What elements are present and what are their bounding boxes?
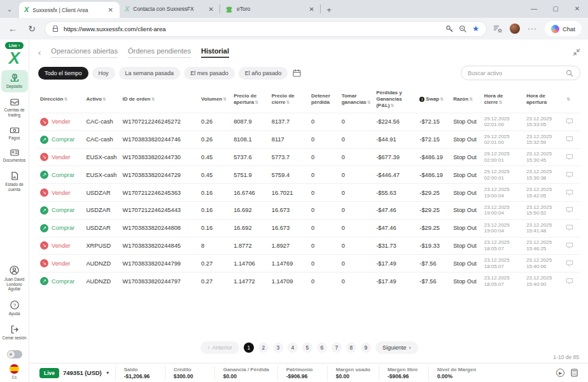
copilot-chat-button[interactable]: Chat bbox=[545, 21, 582, 36]
time-filter-pill[interactable]: Hoy bbox=[92, 67, 115, 80]
browser-menu-icon[interactable]: ··· bbox=[528, 24, 537, 33]
sidebar-footer-logout[interactable]: Cerrar sesión bbox=[1, 322, 28, 344]
table-row[interactable]: Comprar AUDNZD W1703833820244797 0.27 1.… bbox=[38, 272, 580, 290]
tab-search-chevron-icon[interactable]: ⌄ bbox=[0, 0, 19, 18]
column-header[interactable]: ID de orden⇅ bbox=[120, 88, 199, 113]
search-input[interactable] bbox=[468, 70, 562, 76]
browser-tab[interactable]: X Contacta con SuxxessFX ✕ bbox=[120, 0, 220, 18]
sidebar-item-cuentas-de-trading[interactable]: Cuentas de trading bbox=[1, 94, 28, 121]
theme-toggle[interactable]: ☀ bbox=[7, 350, 22, 358]
comment-icon[interactable] bbox=[566, 260, 573, 267]
comment-icon[interactable] bbox=[566, 189, 573, 197]
time-filter-pill[interactable]: Todo el tiempo bbox=[38, 67, 88, 80]
calculator-icon[interactable] bbox=[571, 369, 578, 377]
comment-icon[interactable] bbox=[566, 136, 573, 143]
calendar-icon[interactable] bbox=[293, 69, 301, 77]
back-chevron-icon[interactable]: ‹ bbox=[38, 48, 41, 57]
comment-icon[interactable] bbox=[566, 224, 573, 232]
comment-icon[interactable] bbox=[566, 278, 573, 285]
comment-icon[interactable] bbox=[566, 118, 573, 125]
page-number-button[interactable]: 9 bbox=[361, 343, 371, 353]
spain-flag-icon[interactable] bbox=[10, 364, 19, 374]
tab-operaciones-abiertas[interactable]: Operaciones abiertas bbox=[51, 47, 118, 58]
page-number-button[interactable]: 7 bbox=[332, 343, 342, 353]
browser-tab[interactable]: eToro ✕ bbox=[220, 0, 321, 18]
next-page-button[interactable]: Siguiente › bbox=[375, 341, 418, 354]
tab-close-icon[interactable]: ✕ bbox=[308, 6, 316, 13]
new-tab-button[interactable]: + bbox=[321, 1, 337, 18]
comment-icon[interactable] bbox=[566, 242, 573, 250]
time-filter-pill[interactable]: El año pasado bbox=[239, 67, 288, 80]
table-row[interactable]: Comprar USDZAR W1703833820244808 0.16 16… bbox=[38, 219, 580, 237]
column-header[interactable]: Volumen⇅ bbox=[199, 88, 232, 113]
suxxessfx-logo[interactable]: X bbox=[9, 50, 20, 66]
sidebar-item-pagos[interactable]: Pagos bbox=[1, 123, 28, 144]
table-row[interactable]: Comprar CAC-cash W1703833820244746 0.26 … bbox=[38, 131, 580, 148]
page-number-button[interactable]: 4 bbox=[288, 343, 298, 353]
column-header[interactable]: Dirección⇅ bbox=[38, 88, 84, 113]
password-key-icon[interactable] bbox=[445, 25, 454, 33]
info-icon[interactable]: i bbox=[419, 97, 424, 102]
sort-icon[interactable]: ⇅ bbox=[64, 97, 67, 101]
page-number-button[interactable]: 8 bbox=[346, 343, 356, 353]
sort-icon[interactable]: ⇅ bbox=[367, 100, 371, 104]
zoom-out-icon[interactable] bbox=[459, 25, 467, 33]
window-restore-button[interactable]: ▢ bbox=[545, 0, 566, 17]
back-button[interactable]: ← bbox=[6, 24, 19, 34]
sort-icon[interactable]: ⇅ bbox=[255, 100, 258, 104]
column-header[interactable]: Activo⇅ bbox=[84, 88, 120, 113]
url-text[interactable]: https://www.suxxessfx.com/client-area bbox=[64, 25, 440, 32]
comment-icon[interactable] bbox=[566, 171, 573, 179]
time-filter-pill[interactable]: El mes pasado bbox=[184, 67, 235, 80]
sidebar-footer-help[interactable]: ? Ayuda bbox=[1, 297, 28, 320]
table-row[interactable]: Comprar USDZAR W1707212246245443 0.16 16… bbox=[38, 201, 580, 219]
sort-icon[interactable]: ⇅ bbox=[102, 97, 106, 101]
account-selector[interactable]: Live 749351 (USD) ▼ bbox=[34, 368, 115, 378]
column-header[interactable]: Pérdidas y Ganancias (P&L)⇅ bbox=[374, 88, 417, 113]
sidebar-footer-user[interactable]: Juan David Londono Aguilar bbox=[1, 262, 28, 295]
page-number-button[interactable]: 5 bbox=[302, 343, 312, 353]
tab-historial[interactable]: Historial bbox=[201, 47, 229, 58]
sort-icon[interactable]: ⇅ bbox=[469, 97, 473, 101]
page-number-button[interactable]: 3 bbox=[273, 343, 283, 353]
sort-icon[interactable]: ⇅ bbox=[499, 100, 503, 104]
table-row[interactable]: Vender XRPUSD W1703833820244845 8 1.8772… bbox=[38, 237, 580, 255]
refresh-button[interactable]: ↻ bbox=[25, 24, 38, 34]
table-row[interactable]: Comprar EUSX-cash W1703833820244729 0.45… bbox=[38, 166, 580, 184]
tab-close-icon[interactable]: ✕ bbox=[107, 6, 115, 13]
sidebar-item-dep-sito[interactable]: $ Depósito bbox=[1, 70, 28, 92]
table-row[interactable]: Vender USDZAR W1707212246245363 0.16 16.… bbox=[38, 184, 580, 202]
profile-avatar[interactable] bbox=[510, 24, 520, 34]
column-header[interactable]: Hora de cierre⇅ bbox=[482, 88, 524, 113]
collapse-panel-icon[interactable] bbox=[573, 48, 580, 56]
chevron-down-icon[interactable]: ▼ bbox=[106, 371, 110, 375]
sort-icon[interactable]: ⇅ bbox=[151, 97, 155, 101]
column-header[interactable]: ⇅ bbox=[564, 88, 580, 113]
page-number-button[interactable]: 2 bbox=[258, 343, 269, 353]
sort-icon[interactable]: ⇅ bbox=[391, 103, 395, 108]
comment-icon[interactable] bbox=[566, 153, 573, 161]
window-minimize-button[interactable]: — bbox=[523, 0, 545, 17]
sort-icon[interactable]: ⇅ bbox=[440, 97, 444, 101]
column-header[interactable]: Razón⇅ bbox=[451, 88, 482, 113]
column-header[interactable]: iSwap⇅ bbox=[417, 88, 451, 113]
table-row[interactable]: Vender AUDNZD W1703833820244799 0.27 1.1… bbox=[38, 255, 580, 272]
sort-icon[interactable]: ⇅ bbox=[286, 100, 290, 104]
column-header[interactable]: Precio de cierre⇅ bbox=[270, 88, 309, 113]
sidebar-item-estado-de-cuenta[interactable]: Estado de cuenta bbox=[1, 168, 28, 195]
column-header[interactable]: Tomar ganancias⇅ bbox=[340, 88, 375, 113]
column-header[interactable]: Hora de apertura bbox=[524, 88, 564, 113]
collections-icon[interactable] bbox=[493, 25, 502, 33]
search-asset-box[interactable] bbox=[461, 66, 580, 80]
sort-icon[interactable]: ⇅ bbox=[566, 97, 570, 101]
time-filter-pill[interactable]: La semana pasada bbox=[119, 67, 181, 80]
tab-close-icon[interactable]: ✕ bbox=[207, 6, 215, 13]
sort-icon[interactable]: ⇅ bbox=[223, 97, 227, 101]
table-row[interactable]: Vender CAC-cash W1707212246245272 0.26 8… bbox=[38, 113, 580, 131]
browser-tab[interactable]: X Suxxessfx | Client Area ✕ bbox=[19, 2, 120, 18]
page-number-button[interactable]: 6 bbox=[317, 343, 327, 353]
favorite-star-icon[interactable]: ★ bbox=[472, 24, 479, 33]
page-number-button[interactable]: 1 bbox=[244, 343, 254, 353]
window-close-button[interactable]: ✕ bbox=[566, 0, 588, 17]
play-circle-icon[interactable]: ▶ bbox=[556, 369, 564, 377]
